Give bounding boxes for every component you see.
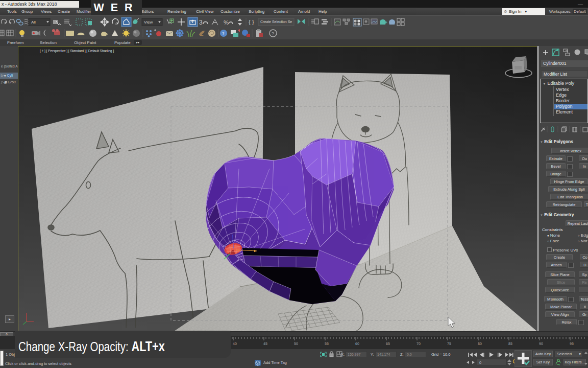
svg-text:50: 50 (294, 342, 298, 346)
svg-text:View: View (144, 20, 153, 25)
svg-text:55: 55 (325, 342, 329, 346)
svg-text:95: 95 (570, 342, 574, 346)
svg-text:All: All (31, 20, 36, 25)
svg-text:}: } (252, 19, 254, 25)
svg-text:?: ? (272, 31, 274, 36)
svg-text:85: 85 (508, 342, 512, 346)
svg-text:3: 3 (199, 19, 203, 26)
svg-text:45: 45 (263, 342, 267, 346)
svg-text:?: ? (222, 31, 225, 36)
svg-text:75: 75 (447, 342, 451, 346)
svg-text:80: 80 (478, 342, 482, 346)
svg-text:60: 60 (355, 342, 359, 346)
svg-text:90: 90 (539, 342, 543, 346)
svg-text:%: % (224, 19, 229, 26)
svg-text:65: 65 (386, 342, 390, 346)
svg-text:40: 40 (233, 342, 237, 346)
svg-text:Create Selection Se: Create Selection Se (260, 20, 292, 24)
svg-text:70: 70 (416, 342, 421, 346)
svg-text:{: { (249, 19, 251, 25)
